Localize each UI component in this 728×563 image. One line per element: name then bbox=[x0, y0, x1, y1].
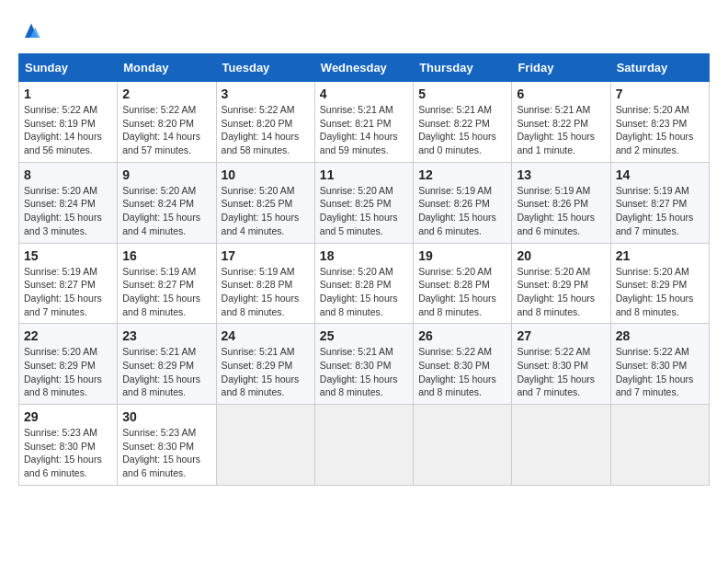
day-number: 6 bbox=[517, 86, 605, 101]
day-number: 2 bbox=[122, 86, 210, 101]
day-info: Sunrise: 5:20 AM Sunset: 8:24 PM Dayligh… bbox=[122, 184, 210, 238]
day-info: Sunrise: 5:19 AM Sunset: 8:26 PM Dayligh… bbox=[418, 184, 506, 238]
day-number: 20 bbox=[517, 248, 605, 263]
day-number: 26 bbox=[418, 328, 506, 343]
day-number: 1 bbox=[24, 86, 112, 101]
day-header-wednesday: Wednesday bbox=[314, 54, 413, 82]
calendar-body: 1Sunrise: 5:22 AM Sunset: 8:19 PM Daylig… bbox=[19, 82, 710, 486]
calendar-cell: 30Sunrise: 5:23 AM Sunset: 8:30 PM Dayli… bbox=[118, 405, 216, 486]
day-info: Sunrise: 5:21 AM Sunset: 8:30 PM Dayligh… bbox=[320, 345, 408, 399]
calendar-cell: 4Sunrise: 5:21 AM Sunset: 8:21 PM Daylig… bbox=[314, 82, 413, 163]
calendar-cell: 16Sunrise: 5:19 AM Sunset: 8:27 PM Dayli… bbox=[118, 243, 216, 324]
day-number: 28 bbox=[616, 328, 704, 343]
day-info: Sunrise: 5:21 AM Sunset: 8:29 PM Dayligh… bbox=[122, 345, 210, 399]
day-info: Sunrise: 5:19 AM Sunset: 8:27 PM Dayligh… bbox=[122, 265, 210, 319]
day-number: 18 bbox=[320, 248, 408, 263]
day-header-monday: Monday bbox=[118, 54, 216, 82]
day-info: Sunrise: 5:21 AM Sunset: 8:21 PM Dayligh… bbox=[320, 103, 408, 157]
day-info: Sunrise: 5:19 AM Sunset: 8:27 PM Dayligh… bbox=[24, 265, 112, 319]
calendar-cell: 7Sunrise: 5:20 AM Sunset: 8:23 PM Daylig… bbox=[610, 82, 709, 163]
calendar-cell bbox=[610, 405, 709, 486]
day-number: 23 bbox=[122, 328, 210, 343]
day-number: 9 bbox=[122, 167, 210, 182]
day-number: 3 bbox=[222, 86, 310, 101]
day-number: 24 bbox=[222, 328, 310, 343]
calendar-cell: 2Sunrise: 5:22 AM Sunset: 8:20 PM Daylig… bbox=[118, 82, 216, 163]
day-number: 27 bbox=[517, 328, 605, 343]
calendar-week-3: 15Sunrise: 5:19 AM Sunset: 8:27 PM Dayli… bbox=[19, 243, 710, 324]
day-info: Sunrise: 5:21 AM Sunset: 8:22 PM Dayligh… bbox=[517, 103, 605, 157]
day-number: 13 bbox=[517, 167, 605, 182]
calendar-cell: 19Sunrise: 5:20 AM Sunset: 8:28 PM Dayli… bbox=[414, 243, 512, 324]
day-number: 21 bbox=[616, 248, 704, 263]
calendar-cell bbox=[314, 405, 413, 486]
calendar-cell: 23Sunrise: 5:21 AM Sunset: 8:29 PM Dayli… bbox=[118, 324, 216, 405]
calendar-cell: 24Sunrise: 5:21 AM Sunset: 8:29 PM Dayli… bbox=[216, 324, 314, 405]
calendar-cell: 10Sunrise: 5:20 AM Sunset: 8:25 PM Dayli… bbox=[216, 162, 314, 243]
day-number: 4 bbox=[320, 86, 408, 101]
calendar-cell: 6Sunrise: 5:21 AM Sunset: 8:22 PM Daylig… bbox=[512, 82, 610, 163]
day-number: 8 bbox=[24, 167, 112, 182]
header-row: SundayMondayTuesdayWednesdayThursdayFrid… bbox=[19, 54, 710, 82]
calendar-cell: 3Sunrise: 5:22 AM Sunset: 8:20 PM Daylig… bbox=[216, 82, 314, 163]
day-header-friday: Friday bbox=[512, 54, 610, 82]
day-number: 14 bbox=[616, 167, 704, 182]
day-info: Sunrise: 5:20 AM Sunset: 8:29 PM Dayligh… bbox=[517, 265, 605, 319]
calendar-cell: 29Sunrise: 5:23 AM Sunset: 8:30 PM Dayli… bbox=[19, 405, 118, 486]
calendar-cell: 27Sunrise: 5:22 AM Sunset: 8:30 PM Dayli… bbox=[512, 324, 610, 405]
calendar-cell: 9Sunrise: 5:20 AM Sunset: 8:24 PM Daylig… bbox=[118, 162, 216, 243]
day-info: Sunrise: 5:22 AM Sunset: 8:30 PM Dayligh… bbox=[517, 345, 605, 399]
day-info: Sunrise: 5:21 AM Sunset: 8:29 PM Dayligh… bbox=[222, 345, 310, 399]
day-info: Sunrise: 5:20 AM Sunset: 8:24 PM Dayligh… bbox=[24, 184, 112, 238]
logo bbox=[18, 18, 48, 44]
day-info: Sunrise: 5:22 AM Sunset: 8:20 PM Dayligh… bbox=[122, 103, 210, 157]
day-header-sunday: Sunday bbox=[19, 54, 118, 82]
day-info: Sunrise: 5:23 AM Sunset: 8:30 PM Dayligh… bbox=[24, 426, 112, 480]
calendar-cell: 20Sunrise: 5:20 AM Sunset: 8:29 PM Dayli… bbox=[512, 243, 610, 324]
day-number: 22 bbox=[24, 328, 112, 343]
day-number: 30 bbox=[122, 409, 210, 424]
calendar-cell bbox=[216, 405, 314, 486]
calendar-cell: 26Sunrise: 5:22 AM Sunset: 8:30 PM Dayli… bbox=[414, 324, 512, 405]
day-number: 19 bbox=[418, 248, 506, 263]
day-info: Sunrise: 5:19 AM Sunset: 8:28 PM Dayligh… bbox=[222, 265, 310, 319]
calendar-week-4: 22Sunrise: 5:20 AM Sunset: 8:29 PM Dayli… bbox=[19, 324, 710, 405]
day-number: 11 bbox=[320, 167, 408, 182]
day-header-tuesday: Tuesday bbox=[216, 54, 314, 82]
calendar-cell: 18Sunrise: 5:20 AM Sunset: 8:28 PM Dayli… bbox=[314, 243, 413, 324]
day-info: Sunrise: 5:20 AM Sunset: 8:23 PM Dayligh… bbox=[616, 103, 704, 157]
calendar-cell: 1Sunrise: 5:22 AM Sunset: 8:19 PM Daylig… bbox=[19, 82, 118, 163]
day-info: Sunrise: 5:22 AM Sunset: 8:30 PM Dayligh… bbox=[616, 345, 704, 399]
calendar-cell bbox=[414, 405, 512, 486]
calendar-cell: 8Sunrise: 5:20 AM Sunset: 8:24 PM Daylig… bbox=[19, 162, 118, 243]
day-info: Sunrise: 5:22 AM Sunset: 8:30 PM Dayligh… bbox=[418, 345, 506, 399]
day-number: 7 bbox=[616, 86, 704, 101]
day-info: Sunrise: 5:19 AM Sunset: 8:26 PM Dayligh… bbox=[517, 184, 605, 238]
calendar-cell bbox=[512, 405, 610, 486]
day-info: Sunrise: 5:20 AM Sunset: 8:29 PM Dayligh… bbox=[616, 265, 704, 319]
calendar-cell: 25Sunrise: 5:21 AM Sunset: 8:30 PM Dayli… bbox=[314, 324, 413, 405]
calendar-header: SundayMondayTuesdayWednesdayThursdayFrid… bbox=[19, 54, 710, 82]
day-header-thursday: Thursday bbox=[414, 54, 512, 82]
day-number: 15 bbox=[24, 248, 112, 263]
day-info: Sunrise: 5:20 AM Sunset: 8:28 PM Dayligh… bbox=[418, 265, 506, 319]
calendar-cell: 12Sunrise: 5:19 AM Sunset: 8:26 PM Dayli… bbox=[414, 162, 512, 243]
day-info: Sunrise: 5:20 AM Sunset: 8:25 PM Dayligh… bbox=[320, 184, 408, 238]
logo-icon bbox=[18, 18, 44, 44]
day-info: Sunrise: 5:22 AM Sunset: 8:20 PM Dayligh… bbox=[222, 103, 310, 157]
page-header bbox=[18, 18, 710, 44]
calendar-table: SundayMondayTuesdayWednesdayThursdayFrid… bbox=[18, 53, 710, 486]
calendar-cell: 14Sunrise: 5:19 AM Sunset: 8:27 PM Dayli… bbox=[610, 162, 709, 243]
day-info: Sunrise: 5:20 AM Sunset: 8:25 PM Dayligh… bbox=[222, 184, 310, 238]
day-number: 25 bbox=[320, 328, 408, 343]
day-info: Sunrise: 5:20 AM Sunset: 8:28 PM Dayligh… bbox=[320, 265, 408, 319]
day-info: Sunrise: 5:20 AM Sunset: 8:29 PM Dayligh… bbox=[24, 345, 112, 399]
calendar-cell: 5Sunrise: 5:21 AM Sunset: 8:22 PM Daylig… bbox=[414, 82, 512, 163]
day-info: Sunrise: 5:21 AM Sunset: 8:22 PM Dayligh… bbox=[418, 103, 506, 157]
day-number: 29 bbox=[24, 409, 112, 424]
calendar-cell: 28Sunrise: 5:22 AM Sunset: 8:30 PM Dayli… bbox=[610, 324, 709, 405]
calendar-cell: 17Sunrise: 5:19 AM Sunset: 8:28 PM Dayli… bbox=[216, 243, 314, 324]
day-number: 5 bbox=[418, 86, 506, 101]
calendar-cell: 13Sunrise: 5:19 AM Sunset: 8:26 PM Dayli… bbox=[512, 162, 610, 243]
calendar-week-1: 1Sunrise: 5:22 AM Sunset: 8:19 PM Daylig… bbox=[19, 82, 710, 163]
